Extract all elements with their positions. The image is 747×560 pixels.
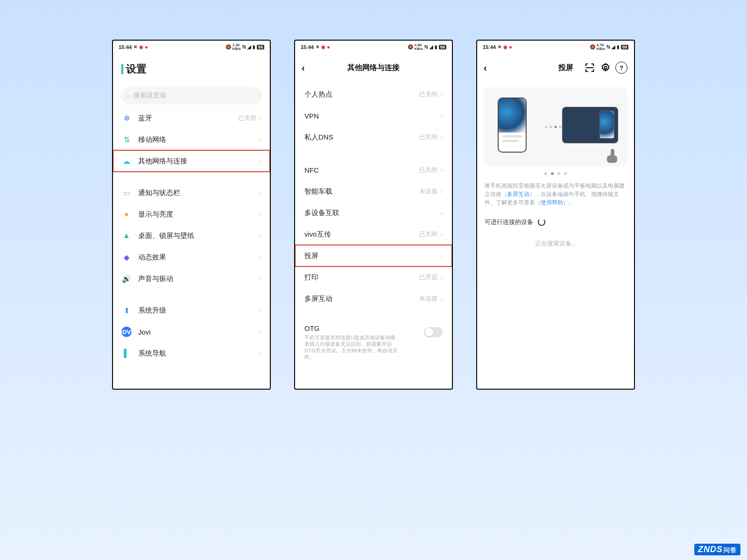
upgrade-icon: ⬆ — [121, 305, 132, 315]
item-nfc[interactable]: NFC 已关闭 › — [295, 159, 452, 181]
settings-system-nav[interactable]: ▌ 系统导航 › — [113, 343, 270, 364]
chevron-right-icon: › — [440, 112, 443, 119]
title-accent — [121, 64, 123, 74]
chevron-right-icon: › — [440, 188, 443, 195]
bluetooth-icon: ✲ — [121, 113, 132, 123]
chevron-right-icon: › — [259, 253, 261, 261]
item-multi-device[interactable]: 多设备互联 › — [295, 202, 452, 224]
netease-icon: ◉ — [321, 45, 325, 49]
item-private-dns[interactable]: 私人DNS 已关闭 › — [295, 126, 452, 148]
battery: 89 — [257, 45, 264, 49]
item-smart-car[interactable]: 智能车载 未连接 › — [295, 181, 452, 202]
capcut-icon: ✕ — [316, 45, 319, 49]
settings-wallpaper[interactable]: ▲ 桌面、锁屏与壁纸 › — [113, 225, 270, 246]
otg-toggle[interactable] — [424, 327, 443, 337]
notifications-icon: ▭ — [121, 188, 132, 198]
settings-system-upgrade[interactable]: ⬆ 系统升级 › — [113, 300, 270, 321]
chevron-right-icon: › — [259, 275, 261, 282]
screenshot-3: 15:44 ✕ ◉ 🔕 4.78KB/s ℕ ◢ ▮ 89 ‹ 投屏 — [476, 40, 635, 390]
capcut-icon: ✕ — [134, 45, 137, 49]
svg-point-0 — [604, 66, 607, 69]
status-bar: 15:44 ✕ ◉ 🔕 4.78KB/s ℕ ◢ ▮ 89 — [477, 41, 634, 54]
settings-notifications[interactable]: ▭ 通知与状态栏 › — [113, 182, 270, 203]
link-help[interactable]: 使用帮助 — [541, 199, 563, 206]
connections-icon: ☁ — [121, 156, 132, 166]
watermark: ZNDS问答 — [694, 544, 740, 555]
item-vivo-share[interactable]: vivo互传 已关闭 › — [295, 224, 452, 245]
search-placeholder: 搜索设置项 — [134, 91, 166, 100]
settings-motion[interactable]: ◆ 动态效果 › — [113, 246, 270, 268]
header: ‹ 其他网络与连接 — [295, 54, 452, 78]
settings-display[interactable]: ● 显示与亮度 › — [113, 203, 270, 225]
tablet-illustration — [562, 107, 618, 143]
item-vpn[interactable]: VPN › — [295, 105, 452, 126]
item-hotspot[interactable]: 个人热点 已关闭 › — [295, 84, 452, 105]
brightness-icon: ● — [121, 209, 132, 219]
notification-dot — [327, 46, 330, 49]
wifi-icon: ◢ — [247, 45, 251, 49]
chevron-right-icon: › — [440, 295, 443, 302]
chevron-right-icon: › — [259, 350, 261, 357]
chevron-right-icon: › — [259, 328, 261, 336]
chevron-right-icon: › — [259, 136, 261, 143]
sound-icon: 🔊 — [121, 273, 132, 284]
capcut-icon: ✕ — [498, 45, 501, 49]
chevron-right-icon: › — [440, 133, 443, 141]
page-title: 其他网络与连接 — [347, 63, 400, 73]
net-speed: 4.78KB/s — [597, 43, 605, 51]
page-title-row: 设置 — [113, 54, 270, 80]
settings-list: ✲ 蓝牙 已关闭 › ⇅ 移动网络 › ☁ 其他网络与连接 › ▭ 通知与状态栏… — [113, 107, 270, 389]
searching-text: 正在搜索设备... — [477, 239, 634, 248]
netease-icon: ◉ — [503, 45, 507, 49]
settings-icon[interactable] — [600, 63, 611, 73]
mute-icon: 🔕 — [408, 45, 413, 49]
net-speed: 1.20KB/s — [233, 43, 241, 51]
item-multi-screen[interactable]: 多屏互动 未连接 › — [295, 288, 452, 309]
nfc-icon: ℕ — [424, 45, 428, 49]
status-bar: 15:44 ✕ ◉ 🔕 4.80KB/s ℕ ◢ ▮ 89 — [295, 41, 452, 54]
back-button[interactable]: ‹ — [484, 63, 487, 73]
status-bar: 15:44 ✕ ◉ 🔕 1.20KB/s ℕ ◢ ▮ 89 — [113, 41, 270, 54]
navigation-icon: ▌ — [121, 348, 132, 358]
header: ‹ 投屏 ? — [477, 54, 634, 78]
chevron-right-icon: › — [440, 209, 443, 217]
chevron-right-icon: › — [440, 273, 443, 281]
wifi-icon: ◢ — [612, 45, 615, 49]
promo-illustration — [484, 87, 627, 167]
settings-sound[interactable]: 🔊 声音与振动 › — [113, 268, 270, 289]
settings-other-connections[interactable]: ☁ 其他网络与连接 › — [113, 150, 270, 172]
battery: 89 — [621, 45, 628, 49]
finger-illustration — [607, 149, 619, 163]
chevron-right-icon: › — [259, 307, 261, 314]
scan-icon[interactable] — [585, 63, 595, 73]
page-indicator[interactable] — [477, 172, 634, 175]
search-input[interactable]: ⌕ 搜索设置项 — [120, 87, 262, 104]
search-icon: ⌕ — [126, 92, 130, 99]
wifi-icon: ◢ — [430, 45, 433, 49]
chevron-right-icon: › — [259, 157, 261, 165]
settings-jovi[interactable]: jovi Jovi › — [113, 321, 270, 343]
connections-list: 个人热点 已关闭 › VPN › 私人DNS 已关闭 › NFC 已关闭 › 智… — [295, 78, 452, 389]
settings-bluetooth[interactable]: ✲ 蓝牙 已关闭 › — [113, 107, 270, 129]
settings-mobile-network[interactable]: ⇅ 移动网络 › — [113, 129, 270, 150]
screenshot-2: 15:44 ✕ ◉ 🔕 4.80KB/s ℕ ◢ ▮ 89 ‹ 其他网络与连接 … — [294, 40, 453, 390]
back-button[interactable]: ‹ — [302, 63, 305, 73]
mobile-data-icon: ⇅ — [121, 134, 132, 145]
link-multi-screen[interactable]: 多屏互动 — [507, 191, 529, 197]
otg-section: OTG 手机可直接支持连接U盘或其他设备供电，若插入外接设备无法识别，则需要开启… — [295, 321, 452, 360]
chevron-right-icon: › — [259, 232, 261, 239]
mute-icon: 🔕 — [226, 45, 231, 49]
item-cast-screen[interactable]: 投屏 › — [295, 245, 452, 266]
chevron-right-icon: › — [440, 252, 443, 259]
chevron-right-icon: › — [259, 210, 261, 218]
chevron-right-icon: › — [440, 91, 443, 98]
chevron-right-icon: › — [259, 114, 261, 122]
signal-icon: ▮ — [253, 45, 255, 49]
item-print[interactable]: 打印 已开启 › — [295, 266, 452, 288]
help-icon[interactable]: ? — [615, 62, 627, 74]
notification-dot — [145, 46, 148, 49]
chevron-right-icon: › — [440, 231, 443, 238]
otg-title: OTG — [304, 324, 424, 332]
jovi-icon: jovi — [121, 327, 132, 337]
clock: 15:44 — [119, 44, 132, 50]
